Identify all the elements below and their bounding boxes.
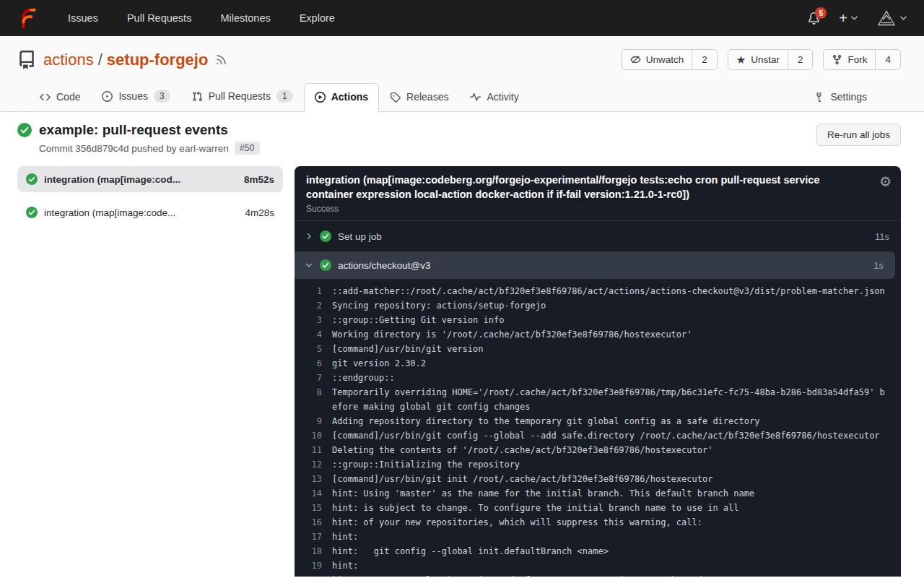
- tab-issues[interactable]: Issues 3: [91, 82, 180, 111]
- tab-label: Code: [56, 91, 80, 103]
- avatar: [876, 8, 897, 28]
- forgejo-logo-icon[interactable]: [17, 7, 39, 29]
- step-setup-job[interactable]: Set up job 11s: [295, 223, 901, 250]
- step-success-icon: [320, 259, 331, 271]
- star-icon: ★: [736, 54, 746, 65]
- log-line: 16hint: of your new repositories, which …: [306, 515, 889, 530]
- unstar-label: Unstar: [751, 54, 780, 65]
- nav-link-explore[interactable]: Explore: [300, 12, 335, 24]
- tab-settings[interactable]: Settings: [803, 83, 878, 111]
- run-title: example: pull-request events: [39, 122, 228, 138]
- actions-run-view: example: pull-request events Commit 356d…: [0, 112, 924, 577]
- job-item[interactable]: integration (map[image:code... 4m28s: [17, 199, 283, 225]
- step-duration: 1s: [873, 260, 884, 271]
- notifications-button[interactable]: 5: [808, 12, 820, 25]
- plus-icon: +: [839, 11, 847, 25]
- chevron-down-icon: [305, 261, 313, 269]
- step-success-icon: [320, 230, 331, 242]
- play-circle-icon: [315, 92, 326, 103]
- tab-pull-requests[interactable]: Pull Requests 1: [181, 82, 304, 111]
- job-item[interactable]: integration (map[image:cod... 8m52s: [17, 166, 283, 192]
- create-new-dropdown[interactable]: +: [839, 11, 858, 25]
- job-label: integration (map[image:cod...: [44, 174, 180, 185]
- commit-line: Commit 356d879c4d pushed by earl-warren: [39, 143, 229, 154]
- user-menu-dropdown[interactable]: [876, 8, 907, 28]
- repo-tab-bar: Code Issues 3 Pull Requests 1 Actions: [17, 82, 901, 111]
- log-line: 11Deleting the contents of '/root/.cache…: [306, 443, 889, 457]
- issue-opened-icon: [102, 91, 113, 102]
- tag-icon: [390, 92, 401, 103]
- gear-icon[interactable]: ⚙: [879, 175, 892, 189]
- log-line: 15hint: is subject to change. To configu…: [306, 501, 889, 515]
- unwatch-button[interactable]: Unwatch 2: [622, 49, 718, 70]
- rss-icon[interactable]: [215, 53, 227, 66]
- chevron-down-icon: [900, 16, 907, 20]
- tab-label: Settings: [830, 91, 867, 103]
- repo-name-link[interactable]: setup-forgejo: [107, 51, 209, 69]
- tab-activity[interactable]: Activity: [459, 83, 529, 111]
- wrench-icon: [814, 92, 824, 103]
- tab-actions[interactable]: Actions: [304, 83, 379, 112]
- repo-icon: [17, 51, 36, 69]
- nav-link-milestones[interactable]: Milestones: [220, 12, 270, 24]
- repo-header: actions / setup-forgejo Unwatch: [0, 36, 924, 112]
- nav-link-issues[interactable]: Issues: [68, 12, 98, 24]
- repo-separator: /: [98, 51, 103, 69]
- job-label: integration (map[image:code...: [44, 207, 175, 218]
- log-line: 7::endgroup::: [306, 371, 889, 385]
- log-line: 17hint:: [306, 530, 889, 544]
- eye-slash-icon: [630, 54, 641, 65]
- rerun-all-jobs-button[interactable]: Re-run all jobs: [816, 124, 901, 146]
- tab-label: Actions: [331, 91, 368, 103]
- log-line: 13[command]/usr/bin/git init /root/.cach…: [306, 472, 889, 486]
- forks-count[interactable]: 4: [875, 50, 900, 69]
- job-duration: 8m52s: [244, 174, 274, 185]
- log-line: 20hint: Names commonly chosen instead of…: [306, 573, 889, 577]
- log-line: 6git version 2.30.2: [306, 356, 889, 371]
- tab-label: Pull Requests: [209, 90, 271, 102]
- jobs-sidebar: integration (map[image:cod... 8m52s inte…: [17, 166, 283, 225]
- fork-button[interactable]: Fork 4: [823, 49, 901, 70]
- job-success-icon: [26, 207, 38, 218]
- job-status-label: Success: [306, 204, 866, 214]
- job-success-icon: [26, 173, 38, 185]
- log-line: 19hint:: [306, 558, 889, 573]
- pulse-icon: [470, 92, 481, 103]
- step-actions-checkout[interactable]: actions/checkout@v3 1s: [295, 251, 895, 279]
- code-icon: [40, 92, 51, 103]
- log-line: 8Temporarily overriding HOME='/root/.cac…: [306, 385, 889, 414]
- step-label: actions/checkout@v3: [338, 260, 431, 271]
- repo-owner-link[interactable]: actions: [43, 51, 94, 69]
- log-line: 10[command]/usr/bin/git config --global …: [306, 428, 889, 443]
- log-line: 3::group::Getting Git version info: [306, 313, 889, 327]
- nav-link-pull-requests[interactable]: Pull Requests: [127, 12, 191, 24]
- git-pull-request-icon: [192, 91, 203, 102]
- tab-code[interactable]: Code: [29, 83, 91, 111]
- notification-count-badge: 5: [815, 7, 827, 19]
- log-line: 5[command]/usr/bin/git version: [306, 342, 889, 356]
- tab-releases[interactable]: Releases: [379, 83, 459, 111]
- run-number-badge: #50: [235, 142, 260, 155]
- unstar-button[interactable]: ★ Unstar 2: [728, 49, 814, 70]
- job-log-panel: integration (map[image:codeberg.org/forg…: [295, 166, 901, 577]
- chevron-down-icon: [851, 16, 858, 20]
- fork-label: Fork: [847, 54, 867, 65]
- run-success-icon: [17, 123, 32, 137]
- tab-label: Activity: [487, 91, 518, 103]
- issues-count-badge: 3: [154, 90, 170, 103]
- log-line: 12::group::Initializing the repository: [306, 457, 889, 472]
- top-navbar: Issues Pull Requests Milestones Explore …: [0, 0, 924, 36]
- unwatch-label: Unwatch: [646, 54, 684, 65]
- chevron-right-icon: [305, 232, 313, 241]
- stars-count[interactable]: 2: [788, 50, 813, 69]
- log-line: 9Adding repository directory to the temp…: [306, 414, 889, 428]
- watchers-count[interactable]: 2: [692, 50, 717, 69]
- log-line: 1::add-matcher::/root/.cache/act/bf320ef…: [306, 284, 889, 298]
- step-duration: 11s: [875, 231, 889, 242]
- log-output: 1::add-matcher::/root/.cache/act/bf320ef…: [295, 279, 901, 577]
- job-full-title: integration (map[image:codeberg.org/forg…: [306, 173, 866, 202]
- pull-requests-count-badge: 1: [276, 90, 293, 103]
- log-line: 4Working directory is '/root/.cache/act/…: [306, 327, 889, 342]
- log-line: 18hint: git config --global init.default…: [306, 544, 889, 558]
- step-label: Set up job: [338, 231, 382, 242]
